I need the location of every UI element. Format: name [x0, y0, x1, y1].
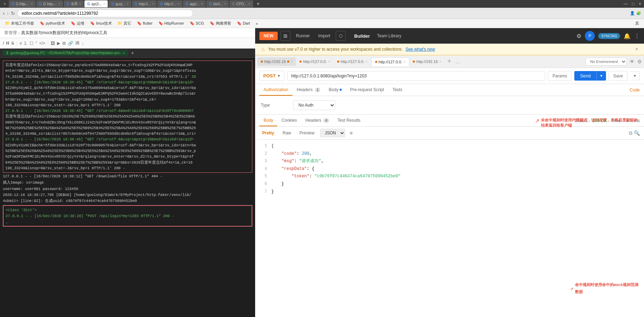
add-terminal-btn[interactable]: + [131, 50, 134, 56]
auth-type-select[interactable]: No Auth [293, 100, 335, 110]
avatar-icon[interactable]: P [585, 31, 595, 41]
browser-tab-10[interactable]: C CPO... × [229, 0, 253, 7]
req-tab-2[interactable]: http://127.0.0. × [296, 57, 334, 66]
env-settings-icon[interactable]: ⚙ [637, 59, 642, 64]
env-eye-icon[interactable]: 👁 [630, 59, 634, 64]
tab-7-close[interactable]: × [177, 2, 179, 6]
back-btn[interactable]: ‹ [3, 10, 5, 17]
italic-btn[interactable]: I [3, 41, 4, 46]
url-input[interactable] [287, 71, 545, 81]
resp-headers-tab[interactable]: Headers 4 [301, 115, 333, 126]
body-resp-tab[interactable]: Body [259, 115, 277, 126]
task-btn[interactable]: ☐ [30, 41, 33, 46]
send-arrow-btn[interactable]: ▼ [596, 71, 606, 81]
cookies-tab[interactable]: Cookies [277, 115, 301, 126]
headers-tab[interactable]: Headers 1 [292, 84, 324, 96]
runner-btn[interactable]: Runner [293, 32, 312, 40]
notification-icon[interactable]: 🔔 [624, 33, 631, 39]
code-link[interactable]: Code [630, 88, 640, 93]
layout2-icon[interactable]: ⬡ [336, 31, 346, 41]
forward-btn[interactable]: › [7, 10, 8, 17]
warning-link[interactable]: See what's new [405, 47, 435, 52]
address-bar[interactable] [17, 9, 193, 17]
code-btn[interactable]: </> [39, 41, 45, 46]
unordered-list-btn[interactable]: ≡ [19, 41, 22, 46]
link-btn[interactable]: 🔗 [68, 41, 73, 46]
tab-5-close[interactable]: × [127, 2, 128, 6]
import-btn[interactable]: Import [315, 32, 333, 40]
browser-tab-7[interactable]: G http://... × [157, 0, 182, 7]
tab-2-close[interactable]: × [58, 2, 60, 6]
raw-btn[interactable]: Raw [280, 129, 294, 137]
summary-btn[interactable]: 摘 [75, 40, 80, 46]
tab-6-close[interactable]: × [152, 2, 154, 6]
tab-4-close[interactable]: × [103, 2, 105, 6]
layout-icon[interactable]: ⊞ [280, 31, 290, 41]
new-tab-btn[interactable]: + [254, 1, 263, 7]
maximize-btn[interactable]: □ [631, 1, 636, 6]
export-btn[interactable]: ↓ [82, 41, 84, 46]
bookmark-8[interactable]: 🔖 SCG [188, 20, 206, 26]
save-arrow-btn[interactable]: ▼ [630, 71, 640, 80]
req-tab-1[interactable]: http://192.16 × [257, 57, 296, 66]
tab-close-btn[interactable]: × [1, 1, 8, 6]
search-icon[interactable]: 🔍 [634, 130, 640, 136]
reload-btn[interactable]: ↻ [11, 11, 15, 16]
bookmark-more[interactable]: » [254, 21, 260, 26]
ordered-list-btn[interactable]: 1. [24, 41, 27, 46]
video-btn[interactable]: ▶ [57, 41, 60, 46]
environment-select[interactable]: No Environment [586, 58, 627, 65]
bookmark-9[interactable]: 🔖 掏痛博客 [208, 20, 233, 27]
tab-8-close[interactable]: × [201, 2, 203, 6]
bookmark-other[interactable]: 其 [633, 20, 641, 27]
bookmark-4[interactable]: 🔖 linux技术 [88, 20, 114, 27]
req-tab-5[interactable]: http://192.16 × [409, 57, 444, 66]
tab-9-close[interactable]: × [224, 2, 226, 6]
add-req-tab-btn[interactable]: + [445, 58, 454, 65]
pretty-btn[interactable]: Pretty [259, 129, 277, 137]
quote-btn[interactable]: " [36, 41, 37, 46]
settings-icon[interactable]: ⚙ [576, 33, 581, 39]
method-dropdown[interactable]: POST ▼ [259, 71, 284, 81]
image-btn[interactable]: 🖼 [51, 41, 55, 46]
save-btn[interactable]: Save [609, 71, 627, 81]
warning-close-btn[interactable]: × [635, 46, 638, 52]
test-results-tab[interactable]: Test Results [333, 115, 365, 126]
tab-10-close[interactable]: × [248, 2, 250, 6]
prerequest-tab[interactable]: Pre-request Script [346, 84, 389, 96]
req-tab-3[interactable]: http://127.0.0. × [334, 57, 371, 66]
browser-tab-9[interactable]: G bin/i... × [206, 0, 229, 7]
bookmark-5[interactable]: 📁 其它 [115, 20, 133, 27]
body-tab[interactable]: Body [324, 84, 346, 96]
tests-tab[interactable]: Tests [388, 84, 406, 96]
bookmark-7[interactable]: 🔖 HttpRunner [156, 20, 186, 26]
more-tabs-btn[interactable]: … [454, 59, 462, 64]
send-btn[interactable]: Send [574, 71, 596, 81]
auth-tab[interactable]: Authorization [259, 84, 292, 96]
browser-tab-3[interactable]: G 仓库 × [64, 0, 84, 7]
terminal-tab-close[interactable]: × [123, 51, 125, 55]
bookmark-1[interactable]: 📁 本地工作书签 [3, 20, 36, 27]
browser-tab-5[interactable]: G guoj... × [108, 0, 131, 7]
browser-tab-2[interactable]: G G http-... × [36, 0, 63, 7]
bookmark-3[interactable]: 🔖 运维 [69, 20, 87, 27]
terminal-tab[interactable]: $ guolong@guolong-PC: ~/01Work/07MyProje… [3, 50, 128, 56]
params-btn[interactable]: Params [548, 71, 572, 81]
tab-3-close[interactable]: × [79, 2, 81, 6]
table-btn[interactable]: ⊞ [62, 41, 66, 46]
expand-icon[interactable]: ⋮ [634, 33, 640, 39]
copy-icon[interactable]: ⧉ [629, 130, 632, 136]
browser-tab-8[interactable]: G app/... × [183, 0, 206, 7]
team-library-link[interactable]: Team Library [377, 33, 401, 38]
bookmark-6[interactable]: 🔖 flutter [135, 20, 155, 26]
req-tab-4-active[interactable]: http://127.0.0. × [371, 57, 410, 66]
format-icon[interactable]: ≡ [348, 129, 354, 137]
browser-tab-4[interactable]: G api2i... × [84, 0, 108, 7]
browser-tab-6[interactable]: G http://... × [132, 0, 157, 7]
preview-btn[interactable]: Preview [297, 129, 317, 137]
browser-tab-1[interactable]: G G http-... × [9, 0, 36, 7]
tab-1-close[interactable]: × [31, 2, 33, 6]
format-select[interactable]: JSON XML HTML Text [320, 129, 345, 137]
minimize-btn[interactable]: — [622, 1, 629, 6]
bookmark-2[interactable]: 🔖 python技术 [38, 20, 67, 27]
